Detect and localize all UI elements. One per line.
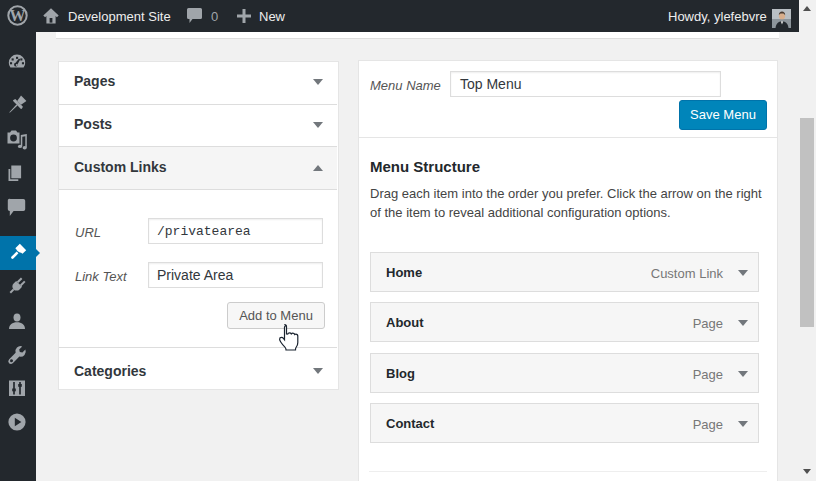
- svg-text:W: W: [10, 7, 26, 24]
